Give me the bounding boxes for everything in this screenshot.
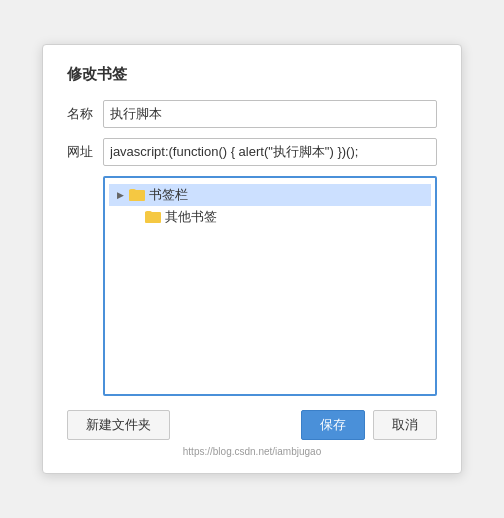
url-label: 网址 [67, 143, 103, 161]
dialog-title: 修改书签 [67, 65, 437, 84]
footer-right-buttons: 保存 取消 [301, 410, 437, 440]
tree-arrow-bookmarks-bar [113, 188, 127, 202]
name-label: 名称 [67, 105, 103, 123]
name-input[interactable] [103, 100, 437, 128]
dialog-footer: 新建文件夹 保存 取消 [67, 410, 437, 440]
tree-children-bookmarks-bar: 其他书签 [125, 206, 431, 228]
bookmark-tree[interactable]: 书签栏 其他书签 [103, 176, 437, 396]
tree-item-other-bookmarks[interactable]: 其他书签 [125, 206, 431, 228]
tree-item-bookmarks-bar[interactable]: 书签栏 [109, 184, 431, 206]
save-button[interactable]: 保存 [301, 410, 365, 440]
url-row: 网址 [67, 138, 437, 166]
dialog: 修改书签 名称 网址 书签栏 [42, 44, 462, 474]
tree-arrow-other-bookmarks [129, 210, 143, 224]
tree-label-bookmarks-bar: 书签栏 [149, 186, 188, 204]
cancel-button[interactable]: 取消 [373, 410, 437, 440]
new-folder-button[interactable]: 新建文件夹 [67, 410, 170, 440]
tree-label-other-bookmarks: 其他书签 [165, 208, 217, 226]
folder-icon-other-bookmarks [145, 209, 161, 225]
url-input[interactable] [103, 138, 437, 166]
watermark: https://blog.csdn.net/iambjugao [67, 446, 437, 457]
folder-icon-bookmarks-bar [129, 187, 145, 203]
name-row: 名称 [67, 100, 437, 128]
